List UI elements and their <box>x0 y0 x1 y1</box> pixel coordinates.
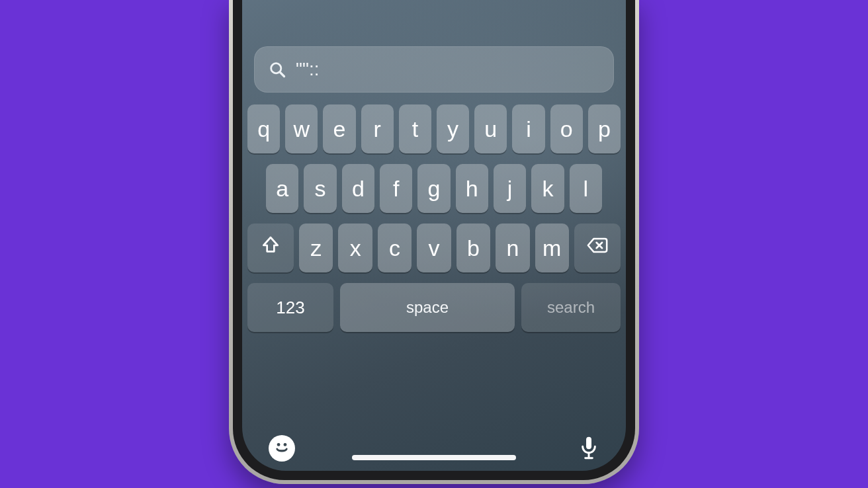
key-y[interactable]: y <box>437 104 469 153</box>
key-e[interactable]: e <box>323 104 355 153</box>
keyboard-row-2: a s d f g h j k l <box>247 164 621 213</box>
phone-screen: "":: q w e r t y u i o p a s d f g h <box>242 0 626 471</box>
backspace-icon <box>586 234 609 262</box>
keyboard-row-4: 123 space search <box>247 283 621 332</box>
key-a[interactable]: a <box>266 164 298 213</box>
search-key[interactable]: search <box>521 283 621 332</box>
dictation-button[interactable] <box>578 435 599 462</box>
search-field[interactable]: "":: <box>254 46 614 93</box>
numbers-key[interactable]: 123 <box>247 283 333 332</box>
key-s[interactable]: s <box>304 164 336 213</box>
search-input-value: "":: <box>296 59 319 80</box>
svg-point-2 <box>272 437 291 456</box>
key-t[interactable]: t <box>399 104 431 153</box>
shift-key[interactable] <box>247 224 294 272</box>
backspace-key[interactable] <box>574 224 621 272</box>
key-k[interactable]: k <box>531 164 564 213</box>
key-w[interactable]: w <box>285 104 318 153</box>
key-z[interactable]: z <box>299 224 333 272</box>
key-v[interactable]: v <box>417 224 451 272</box>
key-d[interactable]: d <box>342 164 374 213</box>
key-p[interactable]: p <box>588 104 621 153</box>
iphone-frame: "":: q w e r t y u i o p a s d f g h <box>229 0 639 484</box>
svg-rect-5 <box>586 437 591 450</box>
key-m[interactable]: m <box>535 224 569 272</box>
key-h[interactable]: h <box>456 164 488 213</box>
key-x[interactable]: x <box>338 224 372 272</box>
emoji-button[interactable] <box>269 435 295 462</box>
space-key[interactable]: space <box>340 283 515 332</box>
key-i[interactable]: i <box>512 104 544 153</box>
key-j[interactable]: j <box>494 164 526 213</box>
key-r[interactable]: r <box>361 104 394 153</box>
key-g[interactable]: g <box>417 164 450 213</box>
home-indicator[interactable] <box>352 455 516 460</box>
search-icon <box>268 60 286 79</box>
keyboard-row-3: z x c v b n m <box>247 224 621 272</box>
key-c[interactable]: c <box>378 224 412 272</box>
svg-line-1 <box>280 72 284 76</box>
svg-point-3 <box>277 443 281 446</box>
svg-point-4 <box>284 443 287 446</box>
keyboard-row-1: q w e r t y u i o p <box>247 104 621 153</box>
key-n[interactable]: n <box>496 224 529 272</box>
key-q[interactable]: q <box>247 104 280 153</box>
emoji-icon <box>271 436 292 460</box>
keyboard: q w e r t y u i o p a s d f g h j k l <box>242 104 626 332</box>
shift-icon <box>260 235 281 261</box>
microphone-icon <box>578 435 599 462</box>
key-l[interactable]: l <box>570 164 602 213</box>
key-f[interactable]: f <box>380 164 412 213</box>
key-b[interactable]: b <box>456 224 490 272</box>
key-o[interactable]: o <box>550 104 583 153</box>
key-u[interactable]: u <box>474 104 507 153</box>
